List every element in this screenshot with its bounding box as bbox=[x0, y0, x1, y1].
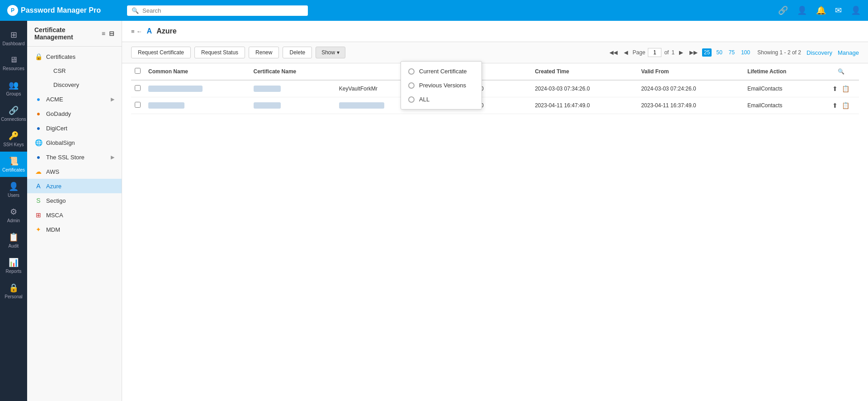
row2-lifetime-action: EmailContacts bbox=[744, 97, 823, 114]
row2-created: 2023-04-11 16:47:49.0 bbox=[531, 97, 637, 114]
sidebar-item-admin[interactable]: ⚙ Admin bbox=[0, 202, 27, 228]
sidebar2-item-mdm[interactable]: ✦ MDM bbox=[27, 222, 122, 237]
row2-check bbox=[131, 97, 145, 114]
link-icon[interactable]: 🔗 bbox=[778, 5, 788, 15]
first-page-button[interactable]: ◀◀ bbox=[608, 49, 619, 56]
thesslstore-icon: ● bbox=[34, 153, 42, 161]
sidebar2-item-globalsign[interactable]: 🌐 GlobalSign bbox=[27, 135, 122, 150]
mail-icon[interactable]: ✉ bbox=[835, 5, 842, 15]
sidebar-label-admin: Admin bbox=[7, 218, 20, 223]
main-content: ≡ ← A Azure Request Certificate Request … bbox=[122, 21, 868, 401]
row2-cert-name-value bbox=[254, 102, 281, 109]
sidebar2-item-msca[interactable]: ⊞ MSCA bbox=[27, 208, 122, 222]
sidebar-label-dashboard: Dashboard bbox=[3, 41, 25, 46]
sidebar-item-ssh-keys[interactable]: 🔑 SSH Keys bbox=[0, 126, 27, 152]
row1-checkbox[interactable] bbox=[135, 85, 141, 91]
user-icon[interactable]: 👤 bbox=[797, 5, 807, 15]
sidebar2-item-thesslstore[interactable]: ● The SSL Store ▶ bbox=[27, 150, 122, 164]
sidebar2-item-certificates[interactable]: 🔒 Certificates bbox=[27, 49, 122, 64]
admin-icon: ⚙ bbox=[10, 207, 17, 217]
row2-checkbox[interactable] bbox=[135, 102, 141, 108]
table-body: KeyVaultForkMr 2024-06-03 07:34:26.0 202… bbox=[131, 80, 859, 114]
next-page-button[interactable]: ▶ bbox=[677, 49, 685, 56]
page-size-100[interactable]: 100 bbox=[739, 48, 752, 57]
row1-cert-name-value bbox=[254, 86, 281, 92]
manage-link[interactable]: Manage bbox=[838, 49, 859, 56]
logo-icon: P bbox=[7, 5, 18, 16]
ssh-keys-icon: 🔑 bbox=[9, 131, 19, 141]
sidebar2-item-discovery[interactable]: Discovery bbox=[27, 78, 122, 92]
sidebar2-item-csr[interactable]: CSR bbox=[27, 64, 122, 78]
page-size-50[interactable]: 50 bbox=[714, 48, 724, 57]
row2-common-name bbox=[145, 97, 250, 114]
table-row: 2024-12-11 16:47:49.0 2023-04-11 16:47:4… bbox=[131, 97, 859, 114]
display-icon[interactable]: ⊟ bbox=[109, 30, 114, 37]
mdm-icon: ✦ bbox=[34, 226, 42, 233]
radio-current bbox=[408, 68, 415, 75]
acme-label: ACME bbox=[46, 96, 63, 103]
page-size-75[interactable]: 75 bbox=[727, 48, 736, 57]
search-input[interactable] bbox=[142, 7, 303, 14]
aws-label: AWS bbox=[46, 168, 59, 175]
sidebar-item-groups[interactable]: 👥 Groups bbox=[0, 76, 27, 101]
dropdown-item-all[interactable]: ALL bbox=[401, 92, 481, 106]
row1-edit-icon[interactable]: 📋 bbox=[840, 85, 851, 92]
sidebar2-item-acme[interactable]: ● ACME ▶ bbox=[27, 92, 122, 106]
prev-page-button[interactable]: ◀ bbox=[622, 49, 630, 56]
sidebar-item-connections[interactable]: 🔗 Connections bbox=[0, 101, 27, 126]
bell-icon[interactable]: 🔔 bbox=[816, 5, 826, 15]
cert-nav-icon: 🔒 bbox=[34, 53, 42, 60]
sidebar-item-audit[interactable]: 📋 Audit bbox=[0, 228, 27, 253]
renew-button[interactable]: Renew bbox=[249, 47, 279, 58]
sidebar-item-certificates[interactable]: 📜 Certificates bbox=[0, 152, 27, 177]
sidebar-item-users[interactable]: 👤 Users bbox=[0, 177, 27, 202]
show-button[interactable]: Show ▾ bbox=[316, 47, 345, 58]
godaddy-icon: ● bbox=[34, 110, 42, 117]
page-size-25[interactable]: 25 bbox=[702, 48, 712, 57]
sidebar-item-resources[interactable]: 🖥 Resources bbox=[0, 51, 27, 76]
thesslstore-arrow: ▶ bbox=[111, 154, 114, 160]
request-status-button[interactable]: Request Status bbox=[194, 47, 245, 58]
row2-download-icon[interactable]: ⬆ bbox=[831, 102, 839, 109]
menu-toggle-icon[interactable]: ≡ bbox=[131, 28, 135, 35]
groups-icon: 👥 bbox=[9, 80, 19, 90]
page-label: Page bbox=[632, 49, 645, 56]
sidebar-item-personal[interactable]: 🔒 Personal bbox=[0, 278, 27, 304]
th-actions: 🔍 bbox=[823, 63, 859, 80]
connections-icon: 🔗 bbox=[9, 105, 19, 115]
row2-edit-icon[interactable]: 📋 bbox=[840, 102, 851, 109]
sidebar-item-reports[interactable]: 📊 Reports bbox=[0, 253, 27, 278]
th-common-name: Common Name bbox=[145, 63, 250, 80]
page-input[interactable] bbox=[648, 48, 661, 57]
dropdown-item-current[interactable]: Current Certificate bbox=[401, 64, 481, 78]
back-arrow-icon[interactable]: ← bbox=[137, 28, 142, 35]
search-table-icon[interactable]: 🔍 bbox=[838, 68, 844, 75]
sidebar-item-dashboard[interactable]: ⊞ Dashboard bbox=[0, 25, 27, 51]
discovery-link[interactable]: Discovery bbox=[807, 49, 832, 56]
godaddy-label: GoDaddy bbox=[46, 110, 71, 117]
sidebar2-item-godaddy[interactable]: ● GoDaddy bbox=[27, 106, 122, 121]
pagination: ◀◀ ◀ Page of 1 ▶ ▶▶ 25 50 75 100 bbox=[608, 48, 752, 57]
th-cert-name: Certificate Name bbox=[250, 63, 335, 80]
menu-icon[interactable]: ≡ bbox=[102, 30, 105, 37]
select-all-checkbox[interactable] bbox=[135, 68, 141, 74]
sidebar2-item-azure[interactable]: A Azure bbox=[27, 179, 122, 193]
total-pages: 1 bbox=[671, 49, 675, 56]
last-page-button[interactable]: ▶▶ bbox=[688, 49, 699, 56]
sidebar-label-certificates: Certificates bbox=[2, 167, 25, 172]
sidebar2-item-aws[interactable]: ☁ AWS bbox=[27, 164, 122, 179]
request-certificate-button[interactable]: Request Certificate bbox=[131, 47, 191, 58]
dropdown-item-previous[interactable]: Previous Versions bbox=[401, 78, 481, 92]
csr-label: CSR bbox=[53, 67, 66, 74]
msca-label: MSCA bbox=[46, 212, 63, 219]
azure-icon: A bbox=[34, 182, 42, 190]
delete-button[interactable]: Delete bbox=[283, 47, 312, 58]
sidebar2-item-sectigo[interactable]: S Sectigo bbox=[27, 193, 122, 208]
row1-download-icon[interactable]: ⬆ bbox=[831, 85, 839, 92]
profile-icon[interactable]: 👤 bbox=[851, 5, 861, 15]
row1-created: 2024-03-03 07:34:26.0 bbox=[531, 80, 637, 97]
sidebar2-item-digicert[interactable]: ● DigiCert bbox=[27, 121, 122, 135]
search-bar[interactable]: 🔍 bbox=[127, 5, 308, 16]
audit-icon: 📋 bbox=[9, 232, 19, 242]
page-title: Azure bbox=[156, 27, 176, 35]
